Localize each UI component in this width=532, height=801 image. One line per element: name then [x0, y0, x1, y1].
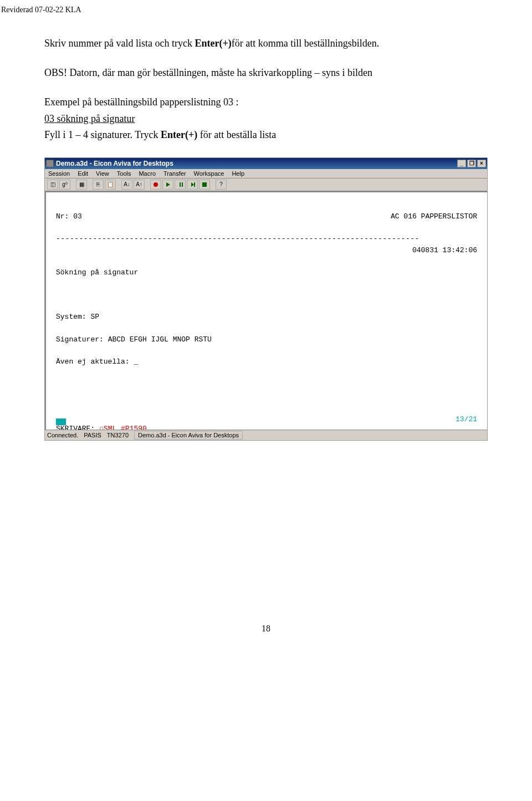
page-number: 18 — [44, 624, 488, 634]
toolbar-btn-next-icon[interactable] — [187, 180, 198, 190]
minimize-button[interactable]: _ — [457, 160, 466, 167]
toolbar-btn-3[interactable]: ▦ — [76, 180, 87, 190]
menu-session[interactable]: Session — [48, 170, 70, 177]
cursor-position: 13/21 — [456, 414, 477, 425]
app-icon — [46, 160, 54, 167]
intro1-a: Skriv nummer på vald lista och tryck — [44, 38, 195, 49]
statusbar: Connected. PASIS TN3270 Demo.a3d - Eicon… — [45, 430, 487, 440]
even-value: _ — [134, 358, 138, 366]
intro-paragraph-2: OBS! Datorn, där man gör beställningen, … — [44, 66, 488, 80]
sub-title: 03 sökning på signatur — [44, 112, 488, 126]
toolbar-btn-paste[interactable]: 📋 — [105, 180, 116, 190]
toolbar-btn-help-icon[interactable]: ? — [216, 180, 227, 190]
system-label: System: — [56, 313, 86, 321]
toolbar-btn-stop-icon[interactable] — [199, 180, 210, 190]
intro-paragraph-1: Skriv nummer på vald lista och tryck Ent… — [44, 37, 488, 50]
fill-c: för att beställa lista — [197, 129, 276, 140]
fill-b: Enter(+) — [161, 129, 197, 140]
status-pasis: PASIS — [84, 432, 101, 438]
embedded-screenshot: Demo.a3d - Eicon Aviva for Desktops _ ❐ … — [44, 157, 488, 441]
cursor-icon — [56, 419, 66, 425]
maximize-button[interactable]: ❐ — [467, 160, 476, 167]
terminal-area[interactable]: Nr: 03AC 016 PAPPERSLISTOR -------------… — [45, 191, 487, 430]
menu-workspace[interactable]: Workspace — [194, 170, 224, 177]
menu-help[interactable]: Help — [232, 170, 244, 177]
toolbar-btn-font-inc[interactable]: A↑ — [134, 180, 145, 190]
header-right: AC 016 PAPPERSLISTOR — [391, 211, 477, 222]
signaturer-label: Signaturer: — [56, 335, 104, 344]
skrivare-value: ○SML.#P1590 — [99, 425, 147, 430]
menu-macro[interactable]: Macro — [139, 170, 156, 177]
toolbar: ◫ g⁰ ▦ ⎘ 📋 A↓ A↑ ? — [45, 178, 487, 191]
menu-tools[interactable]: Tools — [117, 170, 131, 177]
menubar: Session Edit View Tools Macro Transfer W… — [45, 169, 487, 178]
terminal-heading: Sökning på signatur — [56, 268, 138, 277]
example-title: Exempel på beställningsbild papperslistn… — [44, 95, 488, 109]
signaturer-value: ABCD EFGH IJGL MNOP RSTU — [108, 335, 212, 344]
page-content: Skriv nummer på vald lista och tryck Ent… — [0, 14, 532, 639]
nr-value: 03 — [73, 212, 82, 221]
revision-header: Reviderad 07-02-22 KLA — [0, 0, 532, 14]
window-buttons: _ ❐ × — [457, 160, 486, 167]
intro1-c: för att komma till beställningsbilden. — [232, 38, 379, 49]
even-label: Även ej aktuella: — [56, 358, 130, 366]
toolbar-btn-copy[interactable]: ⎘ — [93, 180, 104, 190]
close-button[interactable]: × — [477, 160, 486, 167]
toolbar-btn-pause-icon[interactable] — [175, 180, 186, 190]
status-tn: TN3270 — [107, 432, 129, 438]
taskbar-app[interactable]: Demo.a3d - Eicon Aviva for Desktops — [134, 431, 243, 440]
window-title: Demo.a3d - Eicon Aviva for Desktops — [56, 160, 457, 167]
status-connected: Connected. — [47, 432, 78, 438]
toolbar-btn-font-dec[interactable]: A↓ — [121, 180, 132, 190]
system-value: SP — [90, 313, 99, 321]
nr-label: Nr: — [56, 212, 69, 221]
menu-view[interactable]: View — [96, 170, 109, 177]
window-titlebar: Demo.a3d - Eicon Aviva for Desktops _ ❐ … — [45, 158, 487, 169]
toolbar-btn-play-icon[interactable] — [162, 180, 173, 190]
skrivare-label: SKRIVARE: — [56, 425, 95, 430]
menu-edit[interactable]: Edit — [78, 170, 88, 177]
dash-line-1: ----------------------------------------… — [56, 234, 420, 243]
menu-transfer[interactable]: Transfer — [163, 170, 186, 177]
terminal-footer: 13/21 — [56, 414, 477, 425]
intro1-b: Enter(+) — [195, 38, 231, 49]
fill-a: Fyll i 1 – 4 signaturer. Tryck — [44, 129, 161, 140]
timestamp: 040831 13:42:06 — [412, 245, 477, 256]
fill-instruction: Fyll i 1 – 4 signaturer. Tryck Enter(+) … — [44, 128, 488, 142]
toolbar-btn-ga[interactable]: g⁰ — [59, 180, 70, 190]
toolbar-btn-record-icon[interactable] — [150, 180, 161, 190]
toolbar-btn-1[interactable]: ◫ — [47, 180, 58, 190]
